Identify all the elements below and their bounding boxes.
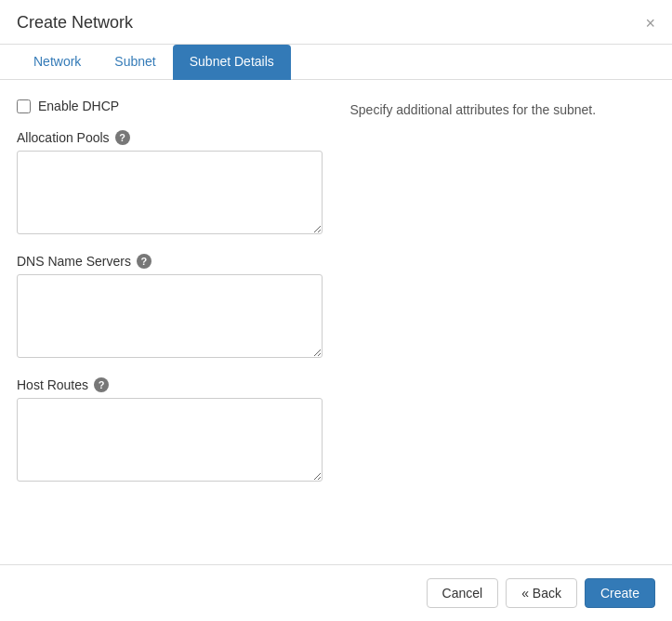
right-panel: Specify additional attributes for the su… bbox=[350, 99, 656, 546]
sidebar-description: Specify additional attributes for the su… bbox=[350, 102, 597, 117]
dns-name-servers-label-row: DNS Name Servers ? bbox=[17, 254, 323, 269]
dns-name-servers-help-icon[interactable]: ? bbox=[137, 254, 152, 269]
dns-name-servers-group: DNS Name Servers ? bbox=[17, 254, 323, 361]
host-routes-label-row: Host Routes ? bbox=[17, 377, 323, 392]
tab-subnet-details[interactable]: Subnet Details bbox=[173, 45, 291, 80]
modal-footer: Cancel « Back Create bbox=[0, 564, 672, 621]
host-routes-textarea[interactable] bbox=[17, 398, 323, 482]
allocation-pools-textarea[interactable] bbox=[17, 151, 323, 234]
left-panel: Enable DHCP Allocation Pools ? DNS Name … bbox=[17, 99, 323, 546]
allocation-pools-help-icon[interactable]: ? bbox=[115, 130, 130, 145]
dns-name-servers-label: DNS Name Servers bbox=[17, 254, 131, 269]
tab-bar: Network Subnet Subnet Details bbox=[0, 45, 672, 80]
create-network-modal: Create Network × Network Subnet Subnet D… bbox=[0, 0, 672, 621]
enable-dhcp-group: Enable DHCP bbox=[17, 99, 323, 113]
tab-subnet[interactable]: Subnet bbox=[98, 45, 172, 80]
create-button[interactable]: Create bbox=[585, 578, 655, 608]
allocation-pools-label: Allocation Pools bbox=[17, 130, 110, 145]
host-routes-group: Host Routes ? bbox=[17, 377, 323, 484]
modal-header: Create Network × bbox=[0, 0, 672, 45]
dns-name-servers-textarea[interactable] bbox=[17, 274, 323, 358]
modal-title: Create Network bbox=[17, 13, 133, 33]
allocation-pools-label-row: Allocation Pools ? bbox=[17, 130, 323, 145]
close-button[interactable]: × bbox=[645, 15, 655, 32]
host-routes-help-icon[interactable]: ? bbox=[94, 377, 109, 392]
back-button[interactable]: « Back bbox=[506, 578, 577, 608]
cancel-button[interactable]: Cancel bbox=[427, 578, 499, 608]
host-routes-label: Host Routes bbox=[17, 377, 88, 392]
enable-dhcp-label[interactable]: Enable DHCP bbox=[38, 99, 119, 113]
enable-dhcp-checkbox[interactable] bbox=[17, 99, 31, 113]
modal-body: Enable DHCP Allocation Pools ? DNS Name … bbox=[0, 80, 672, 564]
tab-network[interactable]: Network bbox=[17, 45, 98, 80]
allocation-pools-group: Allocation Pools ? bbox=[17, 130, 323, 237]
